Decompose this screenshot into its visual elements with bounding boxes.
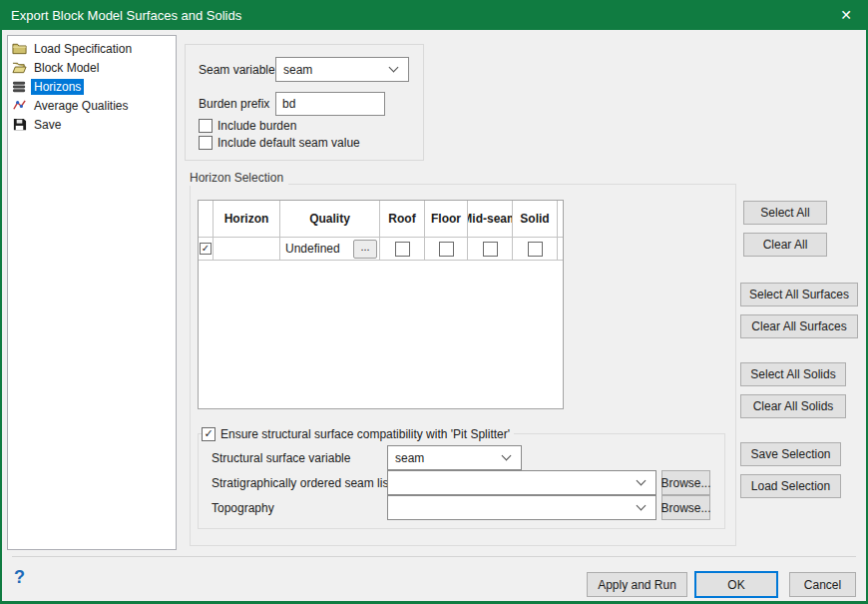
topography-browse-button[interactable]: Browse... (661, 495, 710, 520)
sidebar-item-block-model[interactable]: Block Model (8, 58, 176, 77)
include-burden-label: Include burden (217, 119, 296, 133)
seam-variable-value: seam (276, 63, 390, 77)
header-filler (558, 201, 563, 237)
topography-label: Topography (212, 495, 274, 520)
sidebar-item-average-qualities[interactable]: Average Qualities (8, 96, 176, 115)
header-select-column (199, 201, 214, 237)
sidebar-tree: Load Specification Block Model Horizons … (7, 35, 177, 550)
sidebar-item-horizons[interactable]: Horizons (8, 77, 176, 96)
header-mid-seam: Mid-seam (468, 201, 513, 237)
chevron-down-icon (637, 501, 647, 511)
header-horizon: Horizon (214, 201, 280, 237)
export-dialog-window: Export Block Model Surfaces and Solids ✕… (0, 0, 868, 604)
sidebar-item-label: Load Specification (31, 41, 135, 57)
row-quality-cell[interactable]: Undefined ... (280, 238, 380, 260)
clear-all-solids-button[interactable]: Clear All Solids (740, 394, 846, 418)
row-solid-cell (513, 238, 558, 260)
seam-list-combobox[interactable] (387, 470, 656, 495)
row-horizon-cell[interactable] (214, 238, 280, 260)
burden-prefix-label: Burden prefix (199, 92, 269, 116)
clear-all-button[interactable]: Clear All (743, 233, 827, 257)
sidebar-item-label: Horizons (31, 79, 84, 95)
solid-checkbox[interactable] (528, 242, 543, 257)
include-default-seam-checkbox[interactable]: Include default seam value (199, 136, 360, 150)
save-selection-button[interactable]: Save Selection (740, 442, 841, 466)
footer-separator (12, 556, 856, 557)
chevron-down-icon (389, 63, 399, 73)
row-filler (558, 238, 563, 260)
qualities-chart-icon (12, 98, 27, 113)
include-default-seam-label: Include default seam value (217, 136, 360, 150)
horizon-table-header: Horizon Quality Roof Floor Mid-seam Soli… (199, 201, 563, 238)
roof-checkbox[interactable] (395, 242, 410, 257)
titlebar: Export Block Model Surfaces and Solids (0, 0, 868, 30)
folder-closed-icon (12, 41, 27, 56)
header-roof: Roof (380, 201, 425, 237)
row-floor-cell (425, 238, 468, 260)
select-all-surfaces-button[interactable]: Select All Surfaces (740, 283, 858, 306)
row-select-checkbox[interactable]: ✓ (200, 243, 212, 255)
structural-surface-variable-combobox[interactable]: seam (387, 445, 522, 470)
select-all-button[interactable]: Select All (743, 201, 827, 225)
row-select-cell: ✓ (199, 238, 214, 260)
save-floppy-icon (12, 117, 27, 132)
burden-prefix-input[interactable] (275, 92, 385, 116)
row-mid-seam-cell (468, 238, 513, 260)
chevron-down-icon (637, 476, 647, 486)
header-solid: Solid (513, 201, 558, 237)
topography-combobox[interactable] (387, 495, 656, 520)
sidebar-item-label: Save (31, 117, 64, 133)
mid-seam-checkbox[interactable] (483, 242, 498, 257)
chevron-down-icon (502, 451, 512, 461)
row-quality-value: Undefined (285, 242, 340, 256)
checkbox-box (199, 136, 213, 150)
row-roof-cell (380, 238, 425, 260)
quality-ellipsis-button[interactable]: ... (353, 240, 377, 259)
seam-variable-combobox[interactable]: seam (275, 57, 409, 82)
cancel-button[interactable]: Cancel (789, 572, 856, 597)
ok-button[interactable]: OK (694, 571, 778, 598)
horizon-selection-title: Horizon Selection (190, 171, 288, 186)
structural-surface-variable-label: Structural surface variable (212, 445, 350, 470)
include-burden-checkbox[interactable]: Include burden (199, 119, 296, 133)
header-floor: Floor (425, 201, 468, 237)
select-all-solids-button[interactable]: Select All Solids (740, 362, 846, 386)
folder-open-icon (12, 60, 27, 75)
sidebar-item-load-specification[interactable]: Load Specification (8, 39, 176, 58)
header-quality: Quality (280, 201, 380, 237)
clear-all-surfaces-button[interactable]: Clear All Surfaces (740, 314, 858, 338)
ensure-compatibility-checkbox[interactable]: ✓ Ensure structural surface compatibilit… (202, 426, 514, 441)
ensure-compatibility-label: Ensure structural surface compatibility … (220, 427, 510, 441)
seam-variable-label: Seam variable (199, 57, 275, 82)
checkbox-box: ✓ (202, 427, 216, 441)
help-button[interactable]: ? (14, 567, 25, 588)
seam-list-label: Stratigraphically ordered seam list (212, 470, 392, 495)
apply-and-run-button[interactable]: Apply and Run (587, 572, 687, 597)
horizon-table: Horizon Quality Roof Floor Mid-seam Soli… (198, 200, 564, 409)
structural-surface-variable-value: seam (388, 451, 503, 465)
window-border-left (0, 0, 2, 604)
sidebar-item-save[interactable]: Save (8, 115, 176, 134)
seam-list-browse-button[interactable]: Browse... (661, 470, 710, 495)
sidebar-item-label: Average Qualities (31, 98, 132, 114)
window-title: Export Block Model Surfaces and Solids (0, 8, 241, 23)
close-icon: ✕ (840, 7, 852, 23)
layers-icon (12, 79, 27, 94)
sidebar-item-label: Block Model (31, 60, 102, 76)
checkbox-box (199, 119, 213, 133)
table-row: ✓ Undefined ... (199, 238, 563, 261)
floor-checkbox[interactable] (439, 242, 454, 257)
load-selection-button[interactable]: Load Selection (740, 474, 841, 498)
close-button[interactable]: ✕ (824, 0, 868, 30)
